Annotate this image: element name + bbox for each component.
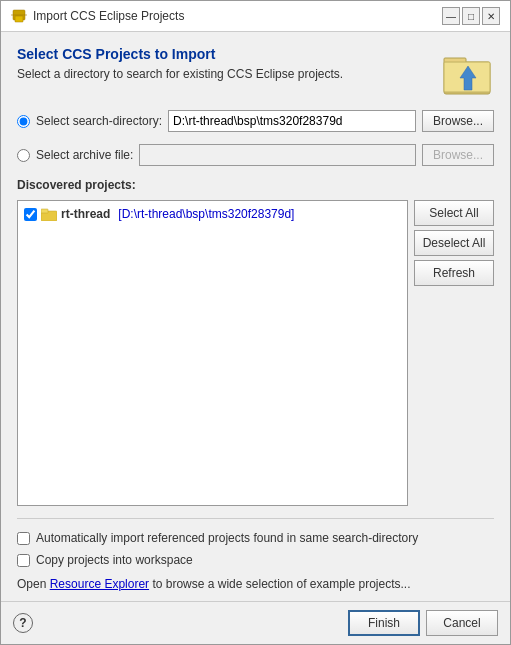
search-directory-label: Select search-directory: — [36, 114, 162, 128]
auto-import-checkbox[interactable] — [17, 532, 30, 545]
app-icon — [11, 8, 27, 24]
main-window: Import CCS Eclipse Projects — □ ✕ Select… — [0, 0, 511, 645]
svg-rect-2 — [11, 14, 27, 16]
svg-rect-8 — [41, 209, 48, 213]
title-bar: Import CCS Eclipse Projects — □ ✕ — [1, 1, 510, 32]
maximize-button[interactable]: □ — [462, 7, 480, 25]
refresh-button[interactable]: Refresh — [414, 260, 494, 286]
browse-archive-button: Browse... — [422, 144, 494, 166]
header-icon — [442, 46, 494, 98]
side-buttons: Select All Deselect All Refresh — [414, 200, 494, 506]
link-row: Open Resource Explorer to browse a wide … — [17, 577, 494, 591]
dialog-content: Select CCS Projects to Import Select a d… — [1, 32, 510, 601]
deselect-all-button[interactable]: Deselect All — [414, 230, 494, 256]
cancel-button[interactable]: Cancel — [426, 610, 498, 636]
dialog-footer: ? Finish Cancel — [1, 601, 510, 644]
help-button[interactable]: ? — [13, 613, 33, 633]
copy-projects-checkbox[interactable] — [17, 554, 30, 567]
archive-file-radio[interactable] — [17, 149, 30, 162]
separator — [17, 518, 494, 519]
window-title: Import CCS Eclipse Projects — [33, 9, 184, 23]
dialog-description: Select a directory to search for existin… — [17, 66, 432, 83]
select-all-button[interactable]: Select All — [414, 200, 494, 226]
copy-projects-label: Copy projects into workspace — [36, 553, 193, 567]
search-directory-radio[interactable] — [17, 115, 30, 128]
footer-buttons: Finish Cancel — [348, 610, 498, 636]
dialog-title: Select CCS Projects to Import — [17, 46, 432, 62]
browse-directory-button[interactable]: Browse... — [422, 110, 494, 132]
discovered-area: rt-thread [D:\rt-thread\bsp\tms320f28379… — [17, 200, 494, 506]
project-path: [D:\rt-thread\bsp\tms320f28379d] — [118, 207, 294, 221]
finish-button[interactable]: Finish — [348, 610, 420, 636]
list-item: rt-thread [D:\rt-thread\bsp\tms320f28379… — [22, 205, 403, 223]
header-section: Select CCS Projects to Import Select a d… — [17, 46, 494, 98]
minimize-button[interactable]: — — [442, 7, 460, 25]
close-button[interactable]: ✕ — [482, 7, 500, 25]
project-name: rt-thread — [61, 207, 110, 221]
link-suffix: to browse a wide selection of example pr… — [149, 577, 410, 591]
project-checkbox[interactable] — [24, 208, 37, 221]
resource-explorer-link[interactable]: Resource Explorer — [50, 577, 149, 591]
archive-file-row: Select archive file: Browse... — [17, 144, 494, 166]
discovered-label: Discovered projects: — [17, 178, 494, 192]
search-directory-input[interactable] — [168, 110, 416, 132]
svg-rect-1 — [15, 16, 23, 22]
folder-icon — [41, 207, 57, 221]
search-directory-row: Select search-directory: Browse... — [17, 110, 494, 132]
title-bar-buttons: — □ ✕ — [442, 7, 500, 25]
archive-file-label: Select archive file: — [36, 148, 133, 162]
archive-file-input — [139, 144, 416, 166]
project-list: rt-thread [D:\rt-thread\bsp\tms320f28379… — [17, 200, 408, 506]
header-text: Select CCS Projects to Import Select a d… — [17, 46, 432, 83]
auto-import-row: Automatically import referenced projects… — [17, 531, 494, 545]
auto-import-label: Automatically import referenced projects… — [36, 531, 418, 545]
link-prefix: Open — [17, 577, 50, 591]
copy-projects-row: Copy projects into workspace — [17, 553, 494, 567]
title-bar-left: Import CCS Eclipse Projects — [11, 8, 184, 24]
